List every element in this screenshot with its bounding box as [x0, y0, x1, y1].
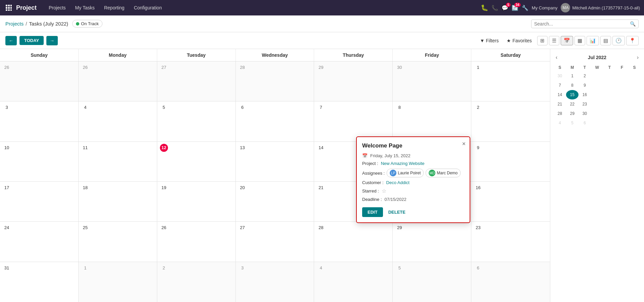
menu-reporting[interactable]: Reporting — [100, 3, 129, 12]
day-number: 18 — [81, 184, 89, 192]
day-jul11[interactable]: 11 — [79, 142, 157, 181]
mini-day[interactable]: 1 — [566, 71, 578, 81]
delete-button[interactable]: DELETE — [387, 207, 407, 217]
filters-button[interactable]: ▼ Filters — [477, 37, 501, 45]
day-jun28[interactable]: 28 — [236, 61, 314, 101]
day-jul29[interactable]: 29 — [393, 222, 471, 261]
today-button[interactable]: TODAY — [19, 36, 44, 45]
mini-day[interactable]: 23 — [578, 99, 591, 109]
apps-icon[interactable] — [4, 3, 13, 12]
company-name[interactable]: My Company — [532, 5, 558, 10]
favorites-button[interactable]: ★ Favorites — [504, 37, 534, 45]
day-jul31[interactable]: 31 — [0, 262, 79, 302]
day-jul5[interactable]: 5 — [157, 101, 236, 141]
day-jul16[interactable]: 16 — [471, 182, 550, 221]
day-aug5[interactable]: 5 — [393, 262, 471, 302]
search-icon[interactable]: 🔍 — [630, 21, 636, 27]
mini-week-3: 14 15 16 — [554, 90, 641, 99]
search-bar[interactable]: 🔍 — [531, 19, 639, 28]
day-jul28[interactable]: 28 — [314, 222, 393, 261]
day-jul26[interactable]: 26 — [157, 222, 236, 261]
menu-projects[interactable]: Projects — [45, 3, 70, 12]
day-jul7[interactable]: 7 — [314, 101, 393, 141]
wrench-icon[interactable]: 🔧 — [522, 5, 528, 11]
phone-icon[interactable]: 📞 — [491, 5, 498, 11]
day-jul4[interactable]: 4 — [79, 101, 157, 141]
popup-close-button[interactable]: × — [462, 140, 466, 147]
chat-icon[interactable]: 💬 5 — [502, 5, 508, 11]
day-jul6[interactable]: 6 — [236, 101, 314, 141]
updates-icon[interactable]: 🔄 34 — [512, 5, 518, 11]
day-jun29[interactable]: 29 — [314, 61, 393, 101]
day-jul9[interactable]: 9 — [471, 142, 550, 181]
status-badge[interactable]: On Track — [72, 20, 102, 28]
edit-button[interactable]: EDIT — [362, 207, 383, 217]
mini-day[interactable]: 9 — [578, 81, 591, 90]
popup-customer-link[interactable]: Deco Addict — [386, 180, 410, 185]
clock-view-button[interactable]: 🕐 — [612, 36, 625, 45]
mini-day[interactable]: 16 — [578, 90, 591, 99]
day-jun26b[interactable]: 26 — [79, 61, 157, 101]
mini-day[interactable]: 22 — [566, 99, 578, 109]
day-number: 2 — [160, 264, 168, 272]
day-aug4[interactable]: 4 — [314, 262, 393, 302]
popup-deadline-label: Deadline : — [362, 197, 382, 202]
mini-day-selected[interactable]: 15 — [566, 90, 578, 99]
menu-my-tasks[interactable]: My Tasks — [71, 3, 99, 12]
day-jul1[interactable]: 1 — [471, 61, 550, 101]
mini-day[interactable]: 30 — [578, 109, 591, 118]
table-view-button[interactable]: ▤ — [600, 36, 611, 45]
day-jul2[interactable]: 2 — [471, 101, 550, 141]
day-jul12[interactable]: 12 — [157, 142, 236, 181]
starred-icon[interactable]: ☆ — [382, 188, 386, 194]
mini-day[interactable]: 5 — [566, 118, 578, 128]
day-jul24[interactable]: 24 — [0, 222, 79, 261]
breadcrumb-parent[interactable]: Projects — [5, 21, 24, 27]
mini-day[interactable]: 14 — [554, 90, 566, 99]
assignee-chip-2[interactable]: MD Marc Demo — [426, 169, 461, 177]
mini-day[interactable]: 8 — [566, 81, 578, 90]
mini-day[interactable]: 4 — [554, 118, 566, 128]
bug-icon[interactable]: 🐛 — [481, 4, 488, 11]
mini-day[interactable]: 21 — [554, 99, 566, 109]
day-jun26a[interactable]: 26 — [0, 61, 79, 101]
day-jul25[interactable]: 25 — [79, 222, 157, 261]
next-button[interactable]: → — [46, 36, 58, 45]
day-jul18[interactable]: 18 — [79, 182, 157, 221]
day-jul20[interactable]: 20 — [236, 182, 314, 221]
day-jul27[interactable]: 27 — [236, 222, 314, 261]
day-aug6[interactable]: 6 — [471, 262, 550, 302]
day-jul17[interactable]: 17 — [0, 182, 79, 221]
mini-day[interactable]: 2 — [578, 71, 591, 81]
day-jul13[interactable]: 13 — [236, 142, 314, 181]
assignee-chip-1[interactable]: LP Laurie Poiret — [387, 169, 424, 177]
chart-view-button[interactable]: 📊 — [587, 36, 599, 45]
mini-day[interactable]: 28 — [554, 109, 566, 118]
grid-view-button[interactable]: ▦ — [574, 36, 585, 45]
day-jul23[interactable]: 23 — [471, 222, 550, 261]
kanban-view-button[interactable]: ⊞ — [537, 36, 548, 45]
prev-button[interactable]: ← — [5, 36, 17, 45]
day-aug2[interactable]: 2 — [157, 262, 236, 302]
popup-project-link[interactable]: New Amazing Website — [381, 161, 425, 166]
mini-day[interactable]: 6 — [578, 118, 591, 128]
mini-cal-next[interactable]: › — [635, 54, 641, 61]
day-jul10[interactable]: 10 — [0, 142, 79, 181]
search-input[interactable] — [534, 21, 630, 27]
mini-cal-prev[interactable]: ‹ — [554, 54, 559, 61]
mini-day[interactable]: 7 — [554, 81, 566, 90]
day-jul3[interactable]: 3 — [0, 101, 79, 141]
day-jul8[interactable]: 8 — [393, 101, 471, 141]
day-aug1[interactable]: 1 — [79, 262, 157, 302]
calendar-view-button[interactable]: 📅 — [561, 36, 573, 45]
day-jul19[interactable]: 19 — [157, 182, 236, 221]
list-view-button[interactable]: ☰ — [549, 36, 559, 45]
menu-configuration[interactable]: Configuration — [130, 3, 166, 12]
map-view-button[interactable]: 📍 — [626, 36, 639, 45]
day-aug3[interactable]: 3 — [236, 262, 314, 302]
mini-day[interactable]: 30 — [554, 71, 566, 81]
mini-day[interactable]: 29 — [566, 109, 578, 118]
user-menu[interactable]: MA Mitchell Admin (17357797-15-0-all) — [561, 3, 640, 12]
day-jun30[interactable]: 30 — [393, 61, 471, 101]
day-jun27[interactable]: 27 — [157, 61, 236, 101]
